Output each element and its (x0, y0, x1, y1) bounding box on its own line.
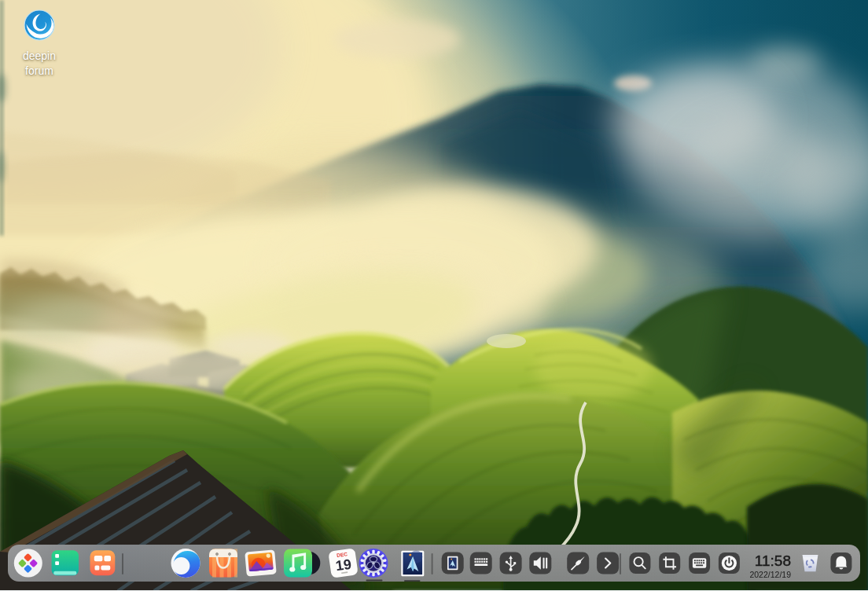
svg-text:11:58: 11:58 (755, 552, 791, 569)
svg-text:2022/12/19: 2022/12/19 (749, 570, 791, 579)
svg-text:19: 19 (335, 556, 353, 574)
